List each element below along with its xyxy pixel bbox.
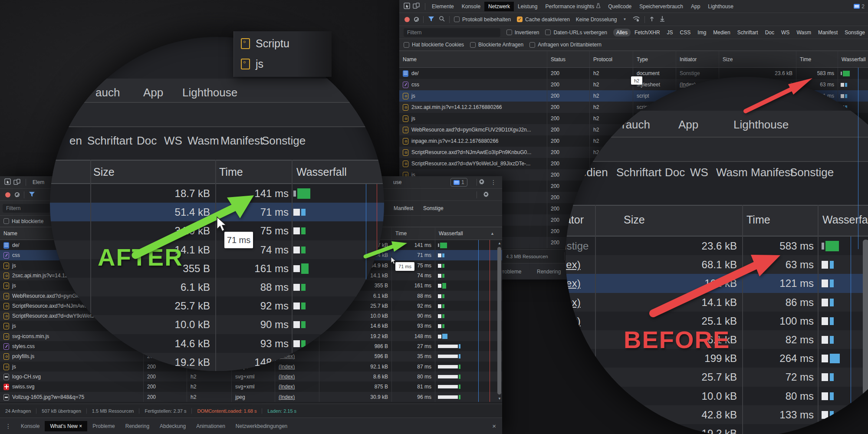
magnified-table-row[interactable]: Sonstige23.6 kB583 ms	[566, 237, 868, 256]
more-options-icon[interactable]: ⋮	[5, 423, 11, 429]
invert-checkbox[interactable]: Invertieren	[506, 30, 539, 36]
drawer-tab-konsole[interactable]: Konsole	[16, 421, 45, 431]
export-har-icon[interactable]	[660, 16, 665, 23]
column-header-protocol[interactable]: Protocol	[589, 51, 633, 67]
drawer-tab-netzwerkbedingungen[interactable]: Netzwerkbedingungen	[230, 421, 293, 431]
table-row[interactable]: Vollzug-1605.jpg?w=848&q=75200h2jpeg(Ind…	[0, 392, 502, 402]
scrollbar-thumb[interactable]	[863, 240, 868, 434]
tab-quellcode[interactable]: Quellcode	[604, 2, 635, 11]
filter-pill-manifest[interactable]: Manifest	[391, 204, 416, 212]
magnified-pill-doc[interactable]: Doc	[137, 134, 157, 148]
magnified-table-row[interactable]: 51.4 kB71 ms	[50, 203, 384, 222]
magnified-tab-lighthouse[interactable]: Lighthouse	[733, 118, 789, 132]
filter-pill-schriftart[interactable]: Schriftart	[734, 29, 761, 36]
inspect-icon[interactable]	[404, 3, 410, 10]
cell-initiator[interactable]: (Index)	[275, 372, 319, 382]
column-header-name[interactable]: Name	[399, 51, 547, 67]
magnified-pill-ws[interactable]: WS	[164, 134, 182, 148]
settings-gear-icon[interactable]	[478, 178, 485, 186]
filter-pill-fetch-xhr[interactable]: Fetch/XHR	[631, 29, 663, 36]
filter-pill-doc[interactable]: Doc	[762, 29, 777, 36]
magnified-table-row[interactable]: (Index)10.0 kB80 ms	[566, 387, 868, 406]
disable-cache-checkbox[interactable]: ✓Cache deaktivieren	[517, 16, 570, 23]
filter-pill-medien[interactable]: Medien	[710, 29, 733, 36]
filter-pill-js[interactable]: JS	[664, 29, 676, 36]
tab-elemente-fragment[interactable]: Elem	[29, 178, 48, 187]
drawer-tab-rendering[interactable]: Rendering	[120, 421, 155, 431]
issues-counter[interactable]: 2	[854, 3, 865, 10]
more-options-icon[interactable]: ⋮	[490, 179, 496, 185]
drawer-tab-what-s-new[interactable]: What's New ×	[45, 421, 87, 431]
tab-netzwerk[interactable]: Netzwerk	[484, 2, 514, 11]
magnified-pill-wasm[interactable]: Wasm	[716, 166, 748, 179]
filter-icon[interactable]	[29, 191, 35, 198]
column-header-type[interactable]: Type	[633, 51, 676, 67]
close-icon[interactable]: ×	[78, 423, 82, 429]
magnified-table-row[interactable]: 19.2 kB	[566, 424, 868, 434]
magnified-table-row[interactable]: (Index)14.1 kB86 ms	[566, 293, 868, 312]
sort-asc-icon[interactable]: ▲	[490, 231, 499, 236]
magnified-tab-app[interactable]: App	[678, 118, 698, 132]
column-header-initiator[interactable]: Initiator	[676, 51, 719, 67]
checkbox-anfragen-von-drittanbietern[interactable]: Anfragen von Drittanbietern	[529, 42, 602, 48]
magnified-pill-ws[interactable]: WS	[690, 166, 708, 179]
search-icon[interactable]	[439, 16, 445, 23]
scroll-down-button[interactable]: ▼	[498, 397, 501, 401]
filter-pill-manifest[interactable]: Manifest	[815, 29, 841, 36]
clear-button[interactable]	[15, 192, 20, 197]
device-toolbar-icon[interactable]	[413, 3, 420, 10]
drawer-close-icon[interactable]: ×	[492, 422, 496, 430]
record-button[interactable]	[5, 192, 10, 197]
magnified-table-row[interactable]: (Index)42.8 kB133 ms	[566, 405, 868, 424]
network-conditions-icon[interactable]	[632, 16, 640, 23]
preserve-log-checkbox[interactable]: Protokoll beibehalten	[454, 16, 511, 23]
tab-lighthouse[interactable]: Lighthouse	[704, 2, 737, 11]
column-header-time[interactable]: Time	[391, 227, 435, 240]
table-row[interactable]: logo-CH.svg200h2svg+xml(Index)8.6 kB80 m…	[0, 372, 502, 382]
magnified-pill-sonstige[interactable]: Sonstige	[262, 134, 306, 148]
filter-pill-css[interactable]: CSS	[677, 29, 694, 36]
cell-initiator[interactable]: (Index)	[275, 362, 319, 372]
magnified-pill-wasm[interactable]: Wasm	[187, 134, 219, 148]
hide-data-urls-checkbox[interactable]: Daten-URLs verbergen	[545, 30, 607, 36]
cell-initiator[interactable]: (Index)	[275, 392, 319, 402]
checkbox-hat-blockierte-cookies[interactable]: Hat blockierte Cookies	[404, 42, 464, 48]
magnified-tab-app[interactable]: App	[143, 86, 163, 99]
tab-app[interactable]: App	[687, 2, 704, 11]
tab-leistung[interactable]: Leistung	[514, 2, 541, 11]
filter-input[interactable]	[3, 204, 50, 213]
filter-pill-alles[interactable]: Alles	[613, 29, 631, 36]
column-header-size[interactable]: Size	[719, 51, 796, 67]
filter-pill-ws[interactable]: WS	[778, 29, 792, 36]
magnified-pill-sonstige[interactable]: Sonstige	[790, 166, 834, 179]
table-row[interactable]: Scriptu	[234, 33, 332, 54]
table-row[interactable]: swiss.svg200h2svg+xml(Index)875 B81 ms	[0, 381, 502, 392]
table-row[interactable]: js	[234, 54, 332, 74]
magnified-pill-doc[interactable]: Doc	[665, 166, 685, 179]
filter-pill-img[interactable]: Img	[694, 29, 709, 36]
magnified-table-row[interactable]: (Index)102 kB121 ms	[566, 274, 868, 293]
throttling-select[interactable]: Keine Drosselung▼	[576, 16, 627, 23]
column-header-status[interactable]: Status	[547, 51, 589, 67]
filter-input[interactable]	[404, 28, 500, 37]
magnified-tab-lighthouse[interactable]: Lighthouse	[182, 86, 237, 99]
magnified-pill-manifest[interactable]: Manifest	[220, 134, 263, 148]
drawer-tab-animationen[interactable]: Animationen	[191, 421, 230, 431]
filter-pill-wasm[interactable]: Wasm	[793, 29, 814, 36]
filter-pill-sonstige[interactable]: Sonstige	[420, 204, 447, 212]
column-header-wasserfall[interactable]: Wasserfall▲	[435, 227, 502, 240]
clear-button[interactable]	[414, 17, 419, 22]
filter-icon[interactable]	[428, 16, 434, 23]
drawer-tab-abdeckung[interactable]: Abdeckung	[155, 421, 191, 431]
magnified-pill-manifest[interactable]: Manifest	[751, 166, 793, 179]
magnified-table-row[interactable]: 34.9 kB75 ms	[50, 221, 384, 240]
inspect-icon[interactable]	[4, 178, 11, 186]
device-toolbar-icon[interactable]	[13, 179, 20, 186]
cell-initiator[interactable]: (Index)	[275, 381, 319, 392]
magnified-table-row[interactable]: 6.1 kB88 ms	[50, 278, 384, 297]
scrollbar-thumb[interactable]	[497, 247, 501, 395]
tab-speicherverbrauch[interactable]: Speicherverbrauch	[635, 2, 687, 11]
magnified-table-row[interactable]: (Index)68.1 kB63 ms	[566, 255, 868, 274]
blocked-cookies-checkbox[interactable]: Hat blockierte	[3, 218, 43, 224]
magnified-pill-schriftart[interactable]: Schriftart	[87, 134, 132, 148]
